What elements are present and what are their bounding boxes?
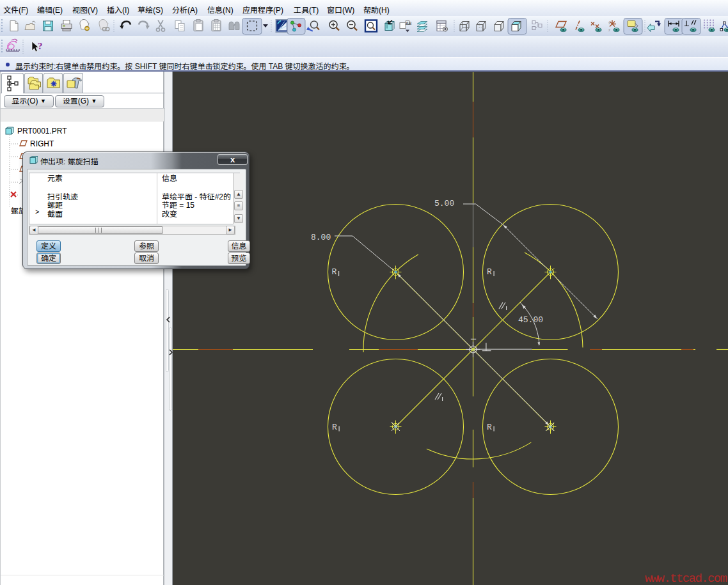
svg-text:R: R	[487, 267, 492, 277]
svg-text:8.00: 8.00	[311, 233, 331, 242]
svg-text:45.00: 45.00	[518, 315, 543, 325]
svg-text:z: z	[608, 28, 610, 32]
svg-text:?: ?	[38, 41, 43, 51]
svg-text:R: R	[487, 423, 492, 432]
svg-text:5.00: 5.00	[434, 199, 454, 208]
svg-text:y: y	[608, 20, 610, 24]
svg-text:R: R	[332, 267, 337, 277]
svg-text:R: R	[332, 423, 337, 432]
svg-text:AB: AB	[406, 21, 412, 26]
